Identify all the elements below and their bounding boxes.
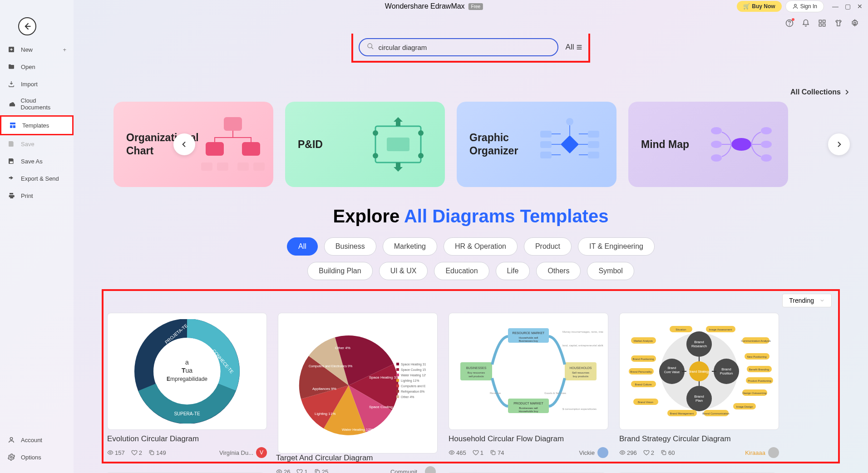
chevron-right-icon xyxy=(835,141,843,148)
svg-text:Revenue: Revenue xyxy=(490,392,501,394)
template-card[interactable]: Space Heating 31% Space Cooling 15% Wate… xyxy=(278,313,438,458)
sidebar-item-cloud[interactable]: Cloud Documents xyxy=(0,93,74,115)
svg-text:Brand: Brand xyxy=(721,367,731,371)
category-prev-button[interactable] xyxy=(173,133,195,155)
plus-icon[interactable]: + xyxy=(63,46,66,53)
all-filter-label: All xyxy=(566,43,574,52)
chip-life[interactable]: Life xyxy=(496,262,530,280)
svg-text:Design Outsourcing: Design Outsourcing xyxy=(743,392,767,394)
sidebar-item-open[interactable]: Open xyxy=(0,58,74,75)
svg-text:Brand Personality: Brand Personality xyxy=(630,370,651,373)
shirt-icon[interactable] xyxy=(834,19,843,27)
plus-square-icon xyxy=(7,45,15,54)
chevron-left-icon xyxy=(181,141,188,148)
svg-text:Space Heating 31%: Space Heating 31% xyxy=(401,363,426,366)
sidebar-item-options[interactable]: Options xyxy=(0,448,74,466)
back-button[interactable] xyxy=(18,17,36,35)
close-icon[interactable]: ✕ xyxy=(857,3,863,10)
category-title: P&ID xyxy=(298,138,364,151)
template-card[interactable]: a Tua Empregabilidade PROJETA-TE CONHECE… xyxy=(107,313,267,458)
maximize-icon[interactable]: ▢ xyxy=(845,3,851,10)
svg-rect-21 xyxy=(237,163,249,171)
sign-in-button[interactable]: Sign In xyxy=(785,0,824,12)
svg-text:Market Analysis: Market Analysis xyxy=(634,340,653,342)
gear-icon[interactable] xyxy=(851,19,859,27)
sidebar-item-new[interactable]: New + xyxy=(0,41,74,58)
svg-rect-4 xyxy=(823,20,825,22)
svg-text:BUSINESSES: BUSINESSES xyxy=(466,366,487,370)
buy-now-label: Buy Now xyxy=(752,3,775,10)
svg-rect-17 xyxy=(206,142,224,156)
avatar xyxy=(768,447,779,458)
chip-all[interactable]: All xyxy=(287,237,318,256)
explore-heading: Explore All Diagrams Templates xyxy=(74,206,868,227)
search-input[interactable] xyxy=(379,44,550,51)
svg-point-143 xyxy=(621,452,623,453)
grid-icon[interactable] xyxy=(818,19,826,27)
chip-it[interactable]: IT & Engineering xyxy=(578,237,655,256)
svg-text:Image Assessment: Image Assessment xyxy=(709,328,732,331)
category-next-button[interactable] xyxy=(828,133,850,155)
sidebar-item-print[interactable]: Print xyxy=(0,187,74,204)
bell-icon[interactable] xyxy=(802,19,810,27)
svg-text:Brand: Brand xyxy=(694,394,704,399)
svg-rect-97 xyxy=(492,452,495,455)
svg-rect-65 xyxy=(396,374,399,376)
svg-text:Situation: Situation xyxy=(676,328,686,331)
template-card[interactable]: Brand Research Brand Position Brand Plan… xyxy=(619,313,779,458)
category-card-mind-map[interactable]: Mind Map xyxy=(628,102,788,187)
sidebar-item-import[interactable]: Import xyxy=(0,75,74,93)
chip-hr[interactable]: HR & Operation xyxy=(444,237,518,256)
user-icon xyxy=(792,3,799,10)
all-collections-link[interactable]: All Collections xyxy=(790,88,850,96)
chip-building[interactable]: Building Plan xyxy=(307,262,372,280)
svg-marker-29 xyxy=(561,135,579,153)
chip-education[interactable]: Education xyxy=(434,262,489,280)
svg-point-42 xyxy=(761,141,772,148)
chip-marketing[interactable]: Marketing xyxy=(383,237,437,256)
svg-text:Computers and Electronics 9%: Computers and Electronics 9% xyxy=(309,365,352,368)
search-box[interactable] xyxy=(359,38,558,56)
chip-product[interactable]: Product xyxy=(524,237,572,256)
minimize-icon[interactable]: — xyxy=(832,3,838,10)
svg-rect-32 xyxy=(540,152,552,158)
chip-symbol[interactable]: Symbol xyxy=(587,262,634,280)
search-icon xyxy=(367,43,374,52)
category-card-graphic-organizer[interactable]: Graphic Organizer xyxy=(457,102,616,187)
svg-rect-18 xyxy=(242,142,260,156)
chevron-down-icon xyxy=(819,298,825,303)
svg-rect-67 xyxy=(396,379,399,382)
svg-point-52 xyxy=(109,452,111,453)
main: All All Collections Organizational Chart xyxy=(74,34,868,473)
mind-map-icon xyxy=(707,115,775,174)
svg-point-40 xyxy=(711,154,722,162)
copies-stat: 149 xyxy=(148,449,166,456)
chip-uiux[interactable]: UI & UX xyxy=(379,262,428,280)
category-card-pid[interactable]: P&ID xyxy=(285,102,445,187)
free-badge: Free xyxy=(469,3,483,10)
template-card[interactable]: RESOURCE MARKET Households sell Business… xyxy=(449,313,608,458)
svg-rect-5 xyxy=(819,24,821,26)
sidebar-item-account[interactable]: Account xyxy=(0,431,74,448)
svg-text:a: a xyxy=(185,359,189,366)
chip-others[interactable]: Others xyxy=(536,262,581,280)
svg-text:Space Cooling 15%: Space Cooling 15% xyxy=(401,368,426,372)
buy-now-button[interactable]: 🛒 Buy Now xyxy=(737,1,781,12)
help-icon[interactable] xyxy=(785,19,794,27)
sort-dropdown[interactable]: Trending xyxy=(782,294,832,307)
copies-stat: 60 xyxy=(661,449,675,456)
sidebar-item-saveas[interactable]: Save As xyxy=(0,153,74,170)
eye-icon xyxy=(276,468,282,473)
svg-point-15 xyxy=(368,44,372,48)
avatar: V xyxy=(256,447,267,458)
all-filter[interactable]: All xyxy=(566,43,583,52)
chip-business[interactable]: Business xyxy=(324,237,376,256)
svg-text:land, capital, entrepreneurial: land, capital, entrepreneurial ability xyxy=(562,344,603,347)
sidebar-item-save: Save xyxy=(0,135,74,153)
svg-text:Brand Positioning: Brand Positioning xyxy=(632,358,654,360)
pid-icon xyxy=(364,115,432,174)
views-stat: 296 xyxy=(619,449,637,456)
export-icon xyxy=(7,174,15,182)
sidebar-item-templates[interactable]: Templates xyxy=(0,115,74,135)
sidebar-item-export[interactable]: Export & Send xyxy=(0,170,74,187)
